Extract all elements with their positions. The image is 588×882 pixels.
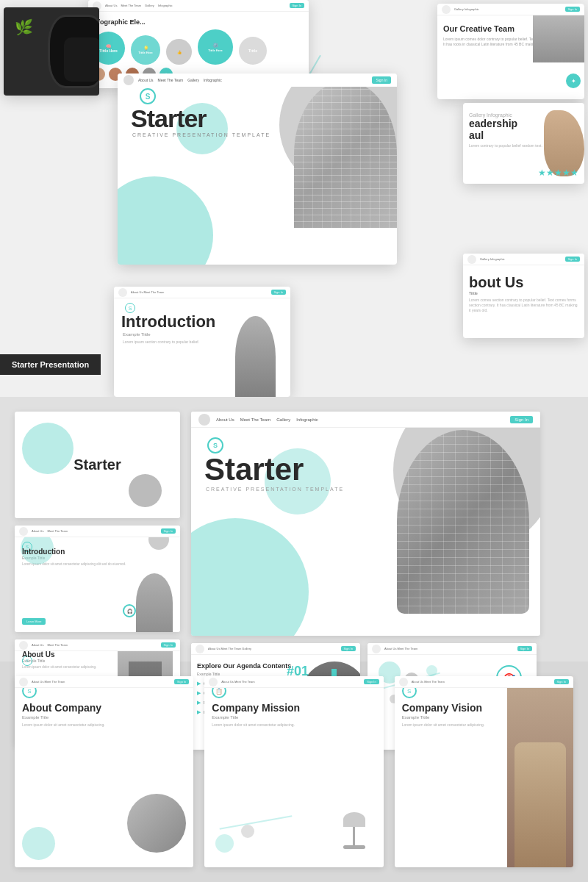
nav-bc-items: About Us Meet The Team [32, 680, 65, 684]
starter-label: Starter Presentation [0, 354, 101, 375]
slide-leadership: Gallery Infographic eadershipaul Lorem c… [463, 103, 584, 184]
nav-bm-items: About Us Meet The Team [221, 680, 254, 684]
nav-ag-btn[interactable]: Sign In [341, 646, 356, 651]
company-photo-img [127, 794, 186, 853]
main-title: Starter [131, 104, 207, 133]
aboutus-r-title: bout Us [469, 274, 578, 291]
watch-screen [64, 37, 99, 82]
inf-circle-5: Tittle [239, 37, 267, 65]
thumb-intro-title: Introduction [22, 548, 173, 556]
nav-bv-items: About Us Meet The Team [412, 680, 445, 684]
nav-aboutus: About Us [138, 78, 154, 82]
nav-dd-btn[interactable]: Sign In [517, 646, 532, 651]
nav-btn-ih[interactable]: Sign In [271, 290, 286, 295]
company-teal-dot [22, 827, 55, 860]
nav-dot-bc [19, 678, 28, 686]
inf-circle-2: 💡 Tittle Here [131, 35, 160, 65]
mission-teal-dot [215, 834, 234, 853]
teal-blob-starter [22, 423, 74, 474]
main-nav-infographic: Infographic [296, 417, 318, 422]
nav-btn-a[interactable]: Sign In [565, 257, 580, 262]
main-large-sub: Creative Presentation Template [206, 487, 344, 492]
main-building [397, 430, 529, 614]
slide-smartwatch: 🌿 [4, 7, 99, 96]
vision-person [514, 742, 566, 867]
inf-circle-3: 👍 [166, 39, 192, 65]
nav-item-aboutus: About Us [105, 4, 117, 7]
thumb-intro-badge: 🎧 [123, 604, 136, 617]
nav-dots [123, 75, 134, 85]
nav-item-team: Meet The Team [121, 4, 141, 7]
thumb-intro-body: Lorem ipsum dolor sit amet consectetur a… [22, 562, 173, 567]
nav-dot-main [123, 75, 134, 85]
nav-dot-ih [118, 288, 127, 297]
main-s-badge: S [207, 437, 223, 453]
arrow-1: ▶ [197, 681, 201, 686]
nav-item-infographic: Infographic [158, 4, 173, 7]
intro-person-silhouette [235, 316, 276, 397]
building-lines [294, 81, 397, 228]
intro-hero-body: Lorem ipsum section contrary to popular … [123, 340, 211, 345]
stars-badge: ★★★★★ [538, 168, 578, 178]
company-circle-photo [127, 794, 186, 853]
nav-ta-btn[interactable]: Sign In [161, 642, 176, 648]
nav-bc-btn[interactable]: Sign In [174, 679, 189, 684]
infographic-title: Infographic Ele... [92, 18, 305, 26]
main-nav-team: Meet The Team [240, 417, 270, 422]
mission-sub: Example Title [212, 715, 376, 720]
company-sub: Example Title [22, 715, 186, 720]
mission-title: Company Mission [212, 702, 376, 714]
intro-hero-title: Introduction [121, 312, 215, 331]
mission-lamp [336, 812, 373, 856]
nav-label-ih: About Us Meet The Team [131, 290, 164, 294]
nav-dot-ag [196, 645, 204, 653]
inf-circle-4: ⚙️ Tittle Here [198, 29, 233, 65]
nav-ti-1: About Us [32, 529, 43, 533]
bottom-vision: About Us Meet The Team Sign In S Company… [395, 676, 573, 867]
nav-btn-t[interactable]: Sign In [565, 7, 580, 12]
nav-bv-btn[interactable]: Sign In [554, 679, 569, 684]
main-large-nav: About Us Meet The Team Gallery Infograph… [191, 412, 540, 428]
main-teal-lg [191, 518, 309, 636]
arrow-2: ▶ [197, 690, 201, 696]
slide-intro-hero: About Us Meet The Team Sign In S Introdu… [114, 287, 290, 397]
main-large-title: Starter [204, 452, 304, 487]
thumb-starter: Starter [15, 412, 180, 518]
slide-team: Gallery Infographic Sign In Our Creative… [437, 4, 584, 99]
intro-s-badge: S [125, 303, 135, 313]
company-body: Lorem ipsum dolor sit amet consectetur a… [22, 723, 186, 728]
nav-ti-btn[interactable]: Sign In [161, 528, 176, 534]
main-nav-signin[interactable]: Sign In [510, 416, 533, 423]
nav-dot-bv [399, 678, 408, 686]
thumb-intro-person [136, 573, 173, 632]
mission-gray-dot [241, 825, 254, 838]
mission-line [220, 815, 293, 829]
nav-bm-btn[interactable]: Sign In [364, 679, 379, 684]
nav-signin[interactable]: Sign In [290, 3, 304, 8]
nav-dot-a [467, 255, 476, 264]
nav-item-gallery: Gallery [145, 4, 154, 7]
teal-circle-large [118, 176, 213, 265]
arrow-3: ▶ [197, 700, 201, 706]
nav-team: Meet The Team [158, 78, 184, 82]
bottom-section: About Us Meet The Team Sign In S About C… [0, 662, 588, 882]
hero-section: About Us Meet The Team Gallery Infograph… [0, 0, 588, 397]
mission-body: Lorem ipsum dolor sit amet consectetur a… [212, 723, 376, 728]
bottom-about-company: About Us Meet The Team Sign In S About C… [15, 676, 193, 867]
thumb-main-large: About Us Meet The Team Gallery Infograph… [191, 412, 540, 636]
lamp-base [343, 845, 365, 849]
slide-main: About Us Meet The Team Gallery Infograph… [118, 74, 397, 265]
thumb-intro-btn[interactable]: Learn More [22, 618, 46, 625]
company-title: About Company [22, 702, 186, 714]
team-badge: ✦ [566, 74, 581, 88]
aboutus-r-content: bout Us Tittle Lorem comes section contr… [469, 274, 578, 313]
building-image [294, 81, 397, 228]
nav-dot-bm [209, 678, 218, 686]
nav-ta-1: About Us [32, 643, 43, 647]
nav-dot-dd [372, 645, 381, 653]
nav-signin-main[interactable]: Sign In [372, 76, 391, 84]
nav-label-a: Gallery Infographic [480, 257, 505, 261]
main-nav: About Us Meet The Team Gallery Infograph… [118, 74, 397, 87]
leaf-decoration: 🌿 [15, 18, 33, 36]
nav-dot-t [442, 5, 451, 14]
